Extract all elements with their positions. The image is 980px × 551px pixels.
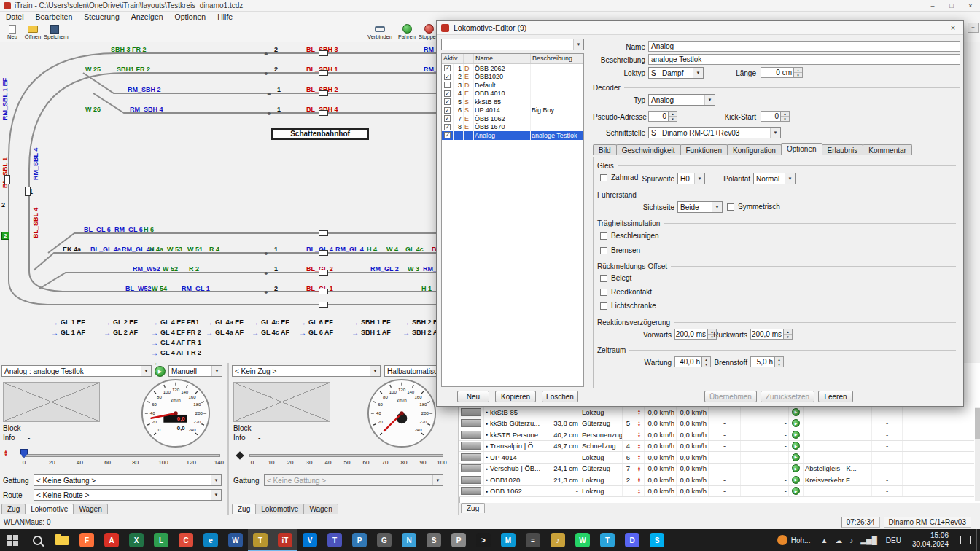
- kick-start-spinner[interactable]: 0▴▾: [761, 111, 790, 122]
- acrobat-icon[interactable]: A: [99, 529, 124, 551]
- firefox-icon[interactable]: F: [74, 529, 99, 551]
- panel-splitter[interactable]: [228, 363, 229, 515]
- direction-arrows-icon[interactable]: ▲▼: [634, 474, 645, 485]
- beschleunigen-checkbox[interactable]: Beschleunigen: [600, 232, 659, 240]
- calculator-icon[interactable]: =: [521, 529, 545, 551]
- active-checkbox[interactable]: ✓: [444, 98, 451, 105]
- speed-slider[interactable]: [22, 454, 220, 457]
- gattung-select[interactable]: < Keine Gattung >▼: [264, 474, 443, 486]
- train-start-button[interactable]: ▶: [792, 431, 800, 439]
- route-button[interactable]: →GL 4 AF FR 1: [151, 339, 201, 346]
- loco-filter-combo[interactable]: ▼: [441, 39, 584, 50]
- chrome-icon[interactable]: C: [174, 529, 198, 551]
- paint-icon[interactable]: P: [347, 529, 372, 551]
- route-button[interactable]: →GL 6 EF: [299, 319, 333, 326]
- loco-list-row[interactable]: ✓1DÖBB 2062: [442, 64, 583, 73]
- dialog-leeren-button[interactable]: Leeren: [818, 391, 853, 402]
- active-checkbox[interactable]: ✓: [444, 124, 451, 130]
- table-tab-zug[interactable]: Zug: [461, 503, 485, 513]
- search-icon[interactable]: [25, 529, 50, 551]
- pseudo-adresse-spinner[interactable]: 0▴▾: [648, 111, 677, 122]
- belegt-checkbox[interactable]: Belegt: [600, 274, 631, 282]
- hidden-icons-icon[interactable]: ▲: [817, 536, 831, 544]
- dialog-tab-funktionen[interactable]: Funktionen: [680, 144, 728, 155]
- gimp-icon[interactable]: G: [372, 529, 397, 551]
- right-panel-tab-lokomotive[interactable]: Lokomotive: [255, 504, 304, 514]
- dialog-tab-optionen[interactable]: Optionen: [781, 143, 822, 155]
- train-row[interactable]: ●ÖBB 1062-Lokzug▲▼0,0 km/h0,0 km/h--▶-: [459, 486, 974, 498]
- route-button[interactable]: →GL 6 AF: [299, 329, 333, 336]
- schnittstelle-select[interactable]: S Dinamo RM-C/1+Rev03▼: [648, 127, 781, 138]
- start-icon[interactable]: [0, 529, 25, 551]
- spinner-arrows-icon[interactable]: ▴▾: [783, 329, 792, 339]
- route-button[interactable]: →GL 4 EF FR1: [151, 319, 199, 326]
- loktyp-select[interactable]: S Dampf▼: [648, 67, 704, 79]
- route-button[interactable]: →GL 4 AF FR 2: [151, 349, 201, 356]
- people-icon[interactable]: P: [446, 529, 471, 551]
- whatsapp-icon[interactable]: W: [570, 529, 595, 551]
- train-start-button[interactable]: ▶: [792, 408, 800, 416]
- train-start-button[interactable]: ▶: [792, 442, 800, 450]
- route-button[interactable]: →GL 2 EF: [104, 319, 138, 326]
- direction-arrows-icon[interactable]: ▲▼: [634, 429, 645, 440]
- direction-arrows-icon[interactable]: ▲▼: [634, 407, 645, 418]
- file-explorer-icon[interactable]: [50, 529, 74, 551]
- route-button[interactable]: →GL 4 EF FR 2: [151, 329, 201, 336]
- edge-icon[interactable]: e: [198, 529, 223, 551]
- direction-toggle-icon[interactable]: ▲▼: [4, 450, 8, 457]
- panel-menu-button[interactable]: ≡: [968, 23, 979, 33]
- speed-slider[interactable]: [249, 454, 443, 457]
- train-row[interactable]: ●kkStb Güterzu...33,8 cmGüterzug5▲▼0,0 k…: [459, 418, 974, 430]
- dialog-tab-bild[interactable]: Bild: [593, 144, 617, 155]
- brennstoff-spinner[interactable]: 5,0 h▴▾: [750, 356, 784, 367]
- train-row[interactable]: ●kkStB 85-Lokzug▲▼0,0 km/h0,0 km/h--▶-: [459, 407, 974, 418]
- store-icon[interactable]: M: [496, 529, 521, 551]
- loco-list-row[interactable]: ✓8EÖBB 1670: [442, 123, 583, 132]
- rueckwaerts-spinner[interactable]: 200,0 ms▴▾: [750, 329, 793, 340]
- itrain-icon[interactable]: iT: [273, 529, 298, 551]
- loco-list-row[interactable]: ✓5SkkStB 85: [442, 98, 583, 106]
- telegram-icon[interactable]: T: [595, 529, 620, 551]
- active-checkbox[interactable]: ✓: [444, 115, 451, 122]
- train-row[interactable]: ●Transalpin | Ö...49,7 cmSchnellzug4▲▼0,…: [459, 441, 974, 453]
- keyboard-language[interactable]: DEU: [881, 536, 906, 544]
- speedometer[interactable]: 020406080100120140160180200220240km/h0,0…: [140, 378, 211, 449]
- notepad-icon[interactable]: N: [397, 529, 421, 551]
- train-row[interactable]: ●UP 4014-Lokzug6▲▼0,0 km/h0,0 km/h--▶-: [459, 452, 974, 464]
- dialog-titlebar[interactable]: Lokomotive-Editor (9) ×: [437, 21, 963, 35]
- speed-slider-handle[interactable]: [236, 451, 244, 459]
- speedometer[interactable]: 020406080100120140160180200220240km/h: [366, 378, 438, 449]
- left-panel-tab-zug[interactable]: Zug: [1, 504, 26, 514]
- train-editor-icon[interactable]: T: [248, 529, 273, 551]
- route-button[interactable]: →GL 1 EF: [51, 319, 85, 326]
- right-panel-tab-wagen[interactable]: Wagen: [303, 504, 338, 514]
- route-button[interactable]: →SBH 1 AF: [351, 329, 391, 336]
- teams-icon[interactable]: T: [322, 529, 347, 551]
- table-scrollbar-thumb[interactable]: [975, 408, 980, 439]
- direction-arrows-icon[interactable]: ▲▼: [634, 464, 645, 474]
- route-button[interactable]: →GL 4a EF: [206, 319, 244, 326]
- reedkontakt-checkbox[interactable]: Reedkontakt: [600, 288, 652, 296]
- direction-arrows-icon[interactable]: ▲▼: [634, 441, 645, 452]
- dialog-close-button[interactable]: ×: [943, 21, 963, 34]
- laenge-spinner[interactable]: 0 cm▴▾: [761, 67, 803, 78]
- bremsen-checkbox[interactable]: Bremsen: [600, 246, 640, 254]
- train-start-button[interactable]: ▶: [792, 453, 800, 461]
- discord-icon[interactable]: D: [620, 529, 645, 551]
- loco-list-row[interactable]: ✓-Analoganaloge Testlok: [442, 131, 583, 140]
- mode-select[interactable]: Manuell▼: [168, 365, 222, 377]
- libreoffice-icon[interactable]: L: [149, 529, 174, 551]
- train-row[interactable]: ●kkSTB Persone...40,2 cmPersonenzug▲▼0,0…: [459, 429, 974, 441]
- spinner-arrows-icon[interactable]: ▴▾: [774, 357, 783, 367]
- gattung-select[interactable]: < Keine Gattung >▼: [34, 474, 222, 486]
- route-button[interactable]: →GL 4a AF: [206, 329, 244, 336]
- active-checkbox[interactable]: ✓: [444, 65, 451, 71]
- active-checkbox[interactable]: ✓: [444, 132, 451, 138]
- train-select[interactable]: < Kein Zug >▼: [232, 365, 381, 377]
- dialog-tab-erlaubnis[interactable]: Erlaubnis: [822, 144, 864, 155]
- show-desktop-button[interactable]: [976, 529, 980, 551]
- volume-icon[interactable]: ♪: [846, 536, 857, 544]
- beschreibung-input[interactable]: analoge Testlok: [648, 54, 960, 65]
- route-button[interactable]: →: [151, 359, 158, 366]
- active-checkbox[interactable]: [444, 82, 451, 88]
